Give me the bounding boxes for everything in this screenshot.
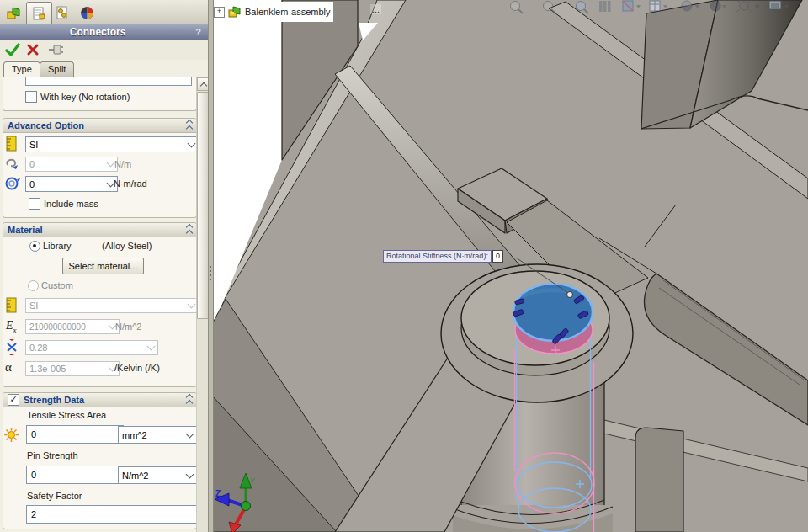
tab-split[interactable]: Split (40, 61, 74, 77)
custom-radio[interactable] (28, 280, 39, 291)
material-header[interactable]: Material (3, 223, 196, 237)
material-units-value: SI (29, 301, 38, 311)
library-value: (Alloy Steel) (102, 241, 152, 251)
ok-button[interactable] (5, 43, 20, 56)
select-material-button[interactable]: Select material... (62, 258, 144, 274)
rotational-stiffness-icon (3, 175, 20, 192)
tensile-area-unit-value: mm^2 (122, 430, 147, 440)
configurations-icon (56, 6, 70, 20)
material-units-icon (6, 297, 17, 313)
tensile-stress-area-input[interactable]: 0 (26, 425, 124, 444)
cancel-button[interactable] (26, 43, 40, 56)
tree-item-label[interactable]: Balenklem-assembly (245, 7, 330, 17)
propertymanager-tab[interactable] (26, 2, 52, 24)
rotational-stiffness-unit: N·m/rad (114, 178, 147, 189)
safety-factor-label: Safety Factor (27, 491, 82, 501)
poisson-value: 0.28 (29, 343, 47, 353)
tensile-stress-area-label: Tensile Stress Area (27, 410, 106, 420)
panel-scrollbar[interactable] (196, 77, 209, 532)
callout-label: Rotational Stiffness (N·m/rad): (383, 250, 492, 263)
pin-strength-unit-value: N/m^2 (122, 471, 148, 481)
material-title: Material (8, 225, 43, 235)
page-tab-bar: Type Split (0, 60, 208, 77)
graphics-viewport[interactable]: Y Z (212, 0, 808, 532)
collapse-icon[interactable] (187, 225, 192, 236)
axial-stiffness-value: 0 (29, 159, 35, 169)
with-key-checkbox[interactable] (25, 91, 37, 103)
elastic-modulus-unit: N/m^2 (115, 322, 141, 332)
include-mass-checkbox[interactable] (29, 198, 40, 210)
tree-expand-icon[interactable]: + (214, 7, 225, 18)
featuremanager-tab[interactable] (2, 2, 26, 24)
scrollbar-thumb[interactable] (197, 92, 209, 319)
collapse-icon[interactable] (187, 395, 192, 406)
units-value: SI (29, 140, 38, 150)
thermal-expansion-unit: /Kelvin (/K) (114, 363, 160, 373)
axial-stiffness-combobox: 0 (25, 157, 118, 172)
rotational-stiffness-combobox[interactable]: 0 (25, 176, 118, 192)
manager-tab-bar (0, 0, 208, 25)
displaymanager-icon (80, 6, 94, 20)
stiffness-callout[interactable]: Rotational Stiffness (N·m/rad): 0 (383, 251, 503, 262)
panel-splitter[interactable] (208, 0, 214, 532)
thermal-expansion-combobox: 1.3e-005 (25, 361, 120, 376)
strength-data-header[interactable]: ✓ Strength Data (3, 393, 196, 407)
units-combobox[interactable]: SI (25, 136, 199, 152)
include-mass-label: Include mass (44, 199, 98, 209)
safety-factor-input[interactable]: 2 (26, 505, 199, 524)
propertymanager-icon (32, 7, 46, 21)
axial-stiffness-unit: N/m (114, 159, 131, 169)
tensile-area-unit-combobox[interactable]: mm^2 (118, 426, 197, 444)
library-radio[interactable] (29, 241, 40, 252)
with-key-label: With key (No rotation) (40, 92, 130, 102)
poisson-combobox: 0.28 (25, 340, 158, 355)
axial-stiffness-icon (5, 157, 20, 170)
pin-strength-unit-combobox[interactable]: N/m^2 (118, 466, 197, 484)
pin-button[interactable] (47, 43, 64, 56)
elastic-modulus-symbol: Ex (6, 319, 17, 334)
tree-more-button[interactable]: ... (370, 4, 381, 14)
help-button[interactable]: ? (195, 27, 201, 37)
strength-data-checkbox[interactable]: ✓ (8, 394, 19, 406)
rotational-stiffness-value: 0 (29, 179, 35, 189)
elastic-modulus-combobox: 210000000000 (25, 319, 120, 334)
panel-actions (0, 40, 208, 60)
strength-data-title: Strength Data (24, 395, 84, 405)
triad-y-label: Y (250, 476, 255, 485)
pin-strength-input[interactable]: 0 (26, 466, 124, 484)
triad-z-label: Z (215, 489, 221, 498)
previous-view-icon[interactable] (599, 1, 611, 12)
callout-value-field[interactable]: 0 (492, 250, 503, 263)
cad-model[interactable] (212, 0, 808, 532)
thermal-expansion-value: 1.3e-005 (29, 364, 66, 374)
advanced-option-title: Advanced Option (8, 120, 84, 130)
flyout-feature-tree[interactable]: + Balenklem-assembly (214, 2, 333, 22)
advanced-option-header[interactable]: Advanced Option (3, 119, 196, 133)
library-label: Library (43, 241, 72, 251)
features-icon (7, 6, 21, 20)
thermal-expansion-symbol: α (5, 360, 12, 375)
clipped-control-fragment (25, 77, 192, 86)
solidworks-window: { "colors": { "header_grad_top": "#a2aab… (0, 0, 808, 532)
elastic-modulus-value: 210000000000 (29, 322, 86, 332)
custom-label: Custom (41, 280, 73, 290)
poisson-icon (6, 339, 18, 355)
collapse-icon[interactable] (187, 120, 192, 131)
callout-anchor[interactable] (567, 292, 573, 298)
displaymanager-tab[interactable] (75, 2, 99, 24)
units-icon (6, 136, 17, 152)
panel-header: Connectors ? (0, 24, 208, 40)
configurationmanager-tab[interactable] (50, 2, 75, 24)
panel-title: Connectors (0, 26, 195, 38)
tensile-area-icon (3, 427, 19, 443)
pin-strength-label: Pin Strength (27, 450, 78, 460)
scrollbar-up-button[interactable] (197, 77, 209, 91)
material-units-combobox: SI (25, 298, 199, 313)
assembly-icon (228, 6, 242, 18)
property-manager-panel: Connectors ? Type Split With key (No rot… (0, 0, 208, 532)
tab-type[interactable]: Type (3, 61, 40, 77)
